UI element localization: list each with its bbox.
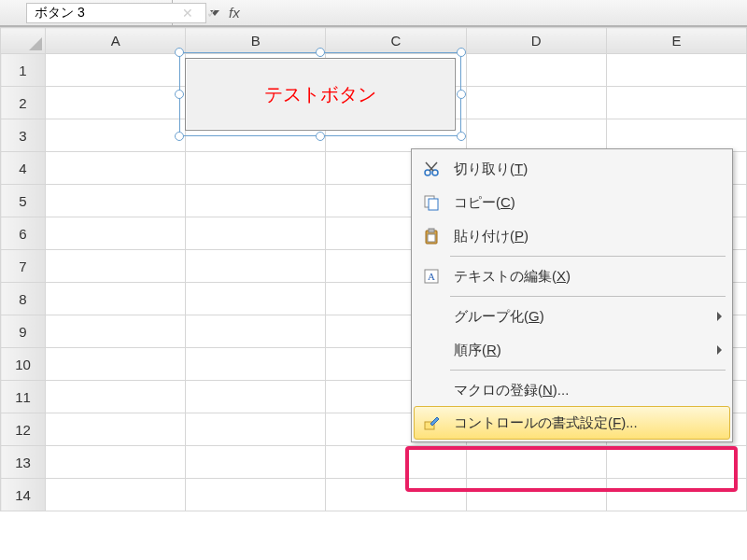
cancel-icon: ✕ xyxy=(180,6,195,21)
fx-button[interactable]: fx xyxy=(229,5,240,21)
name-box[interactable] xyxy=(0,0,173,25)
enter-icon: ✓ xyxy=(204,6,219,21)
formula-bar: ✕ ✓ fx xyxy=(0,0,747,26)
